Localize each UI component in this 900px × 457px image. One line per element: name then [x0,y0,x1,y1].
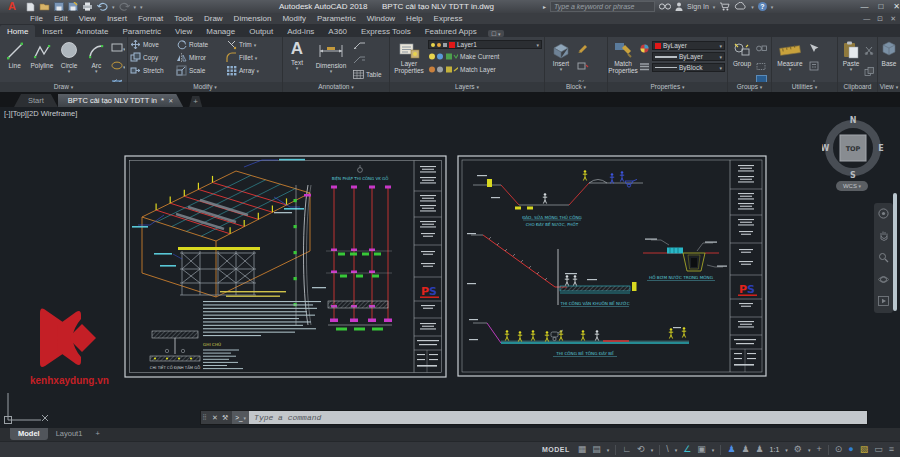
menu-window[interactable]: Window [367,14,395,23]
plot-icon[interactable] [82,2,93,11]
redo-dropdown-icon[interactable]: ▾ [134,4,137,10]
window-minimize-button[interactable]: — [860,2,868,11]
text-button[interactable]: A Text ▾ [285,39,309,82]
circle-button[interactable]: Circle ▾ [57,39,82,82]
table-button[interactable]: Table [353,68,382,81]
annotation-visibility-icon[interactable]: ♟ [727,442,735,457]
viewcube-south[interactable]: S [850,171,856,179]
insert-dropdown-icon[interactable]: ▾ [560,67,563,73]
block-define-icon[interactable] [577,57,589,75]
ribbon-tab-addins[interactable]: Add-ins [280,25,321,37]
file-tab-document[interactable]: BPTC cải tạo NLV TDTT in * ✕ [58,94,183,107]
mirror-button[interactable]: Mirror [176,51,220,64]
panel-label-groups[interactable]: Groups ▾ [728,82,771,92]
undo-icon[interactable] [97,2,108,11]
isodraft-dropdown-icon[interactable]: ▾ [675,447,678,453]
viewcube-west[interactable]: W [822,144,830,153]
menu-format[interactable]: Format [138,14,163,23]
command-close-icon[interactable]: ✕ [212,414,218,422]
viewcube-north[interactable]: N [850,116,857,125]
graphics-performance-icon[interactable]: ● [848,442,853,457]
ribbon-tab-insert[interactable]: Insert [35,25,69,37]
panel-label-annotation[interactable]: Annotation ▾ [283,82,389,92]
help-icon[interactable]: ? [758,2,767,11]
panel-label-layers[interactable]: Layers ▾ [390,82,544,92]
insert-button[interactable]: Insert ▾ [547,39,575,82]
scale-button[interactable]: Scale [176,64,220,77]
cut-icon[interactable] [864,41,875,59]
base-button[interactable]: Base [880,39,898,82]
qat-customize-icon[interactable]: ▾ [140,4,143,10]
isodraft-icon[interactable]: \ [666,442,669,457]
layer-dropdown[interactable]: Layer1 ▾ [428,40,542,49]
signin-person-icon[interactable] [675,2,683,12]
doc-close-button[interactable]: ✕ [890,15,896,23]
measure-button[interactable]: Measure ▾ [774,39,806,82]
annotation-scale-icon[interactable]: ♟ [756,442,764,457]
command-prompt-button[interactable]: >_ ▾ [232,411,249,424]
units-toggle-icon[interactable]: ⊙ [835,442,843,457]
scale-dropdown-icon[interactable]: ▾ [785,447,788,453]
annotation-monitor-icon[interactable]: + [816,442,821,457]
navigation-bar[interactable] [874,203,893,313]
snap-dropdown-icon[interactable]: ▾ [607,447,610,453]
ribbon-tab-output[interactable]: Output [242,25,280,37]
window-maximize-button[interactable]: □ [878,2,883,11]
signin-dropdown-icon[interactable]: ▾ [713,4,716,10]
panel-label-draw[interactable]: Draw ▾ [0,82,127,92]
match-layer-button[interactable]: Match Layer [428,64,542,75]
ribbon-tab-a360[interactable]: A360 [321,25,354,37]
panel-label-utilities[interactable]: Utilities ▾ [772,82,837,92]
leader-tool-icon[interactable] [353,40,382,53]
ribbon-tab-express-tools[interactable]: Express Tools [354,25,418,37]
rotate-button[interactable]: Rotate [176,38,220,51]
line-button[interactable]: Line [2,39,27,82]
document-tab-close-icon[interactable]: ✕ [168,97,173,104]
annotation-autoscale-icon[interactable]: ♟ [741,442,749,457]
save-as-icon[interactable] [68,2,78,11]
layer-properties-button[interactable]: Layer Properties [392,39,426,82]
cloud-dropdown-icon[interactable]: ▾ [751,4,754,10]
ribbon-tab-annotate[interactable]: Annotate [69,25,115,37]
panel-label-properties[interactable]: Properties ▾ [608,82,727,92]
drawing-canvas[interactable]: [-][Top][2D Wireframe] P S [0,107,900,428]
menu-help[interactable]: Help [406,14,422,23]
object-color-dropdown[interactable]: ByLayer ▾ [652,41,725,50]
tab-layout1[interactable]: Layout1 [48,428,91,440]
measure-dropdown-icon[interactable]: ▾ [789,67,792,73]
array-button[interactable]: Array▾ [226,64,259,77]
panel-label-clipboard[interactable]: Clipboard [838,82,877,92]
panel-label-block[interactable]: Block ▾ [545,82,607,92]
wcs-dropdown[interactable]: WCS ▾ [836,181,868,191]
make-current-button[interactable]: Make Current [428,51,542,62]
new-layout-button[interactable]: + [90,428,104,439]
dimension-button[interactable]: Dimension ▾ [311,39,351,82]
text-dropdown-icon[interactable]: ▾ [296,66,299,72]
pan-icon[interactable] [879,230,889,243]
open-file-icon[interactable] [39,2,50,11]
command-customize-icon[interactable]: ⚒ [222,414,228,422]
navwheel-icon[interactable] [878,208,889,221]
paste-button[interactable]: Paste ▾ [840,39,862,82]
mleader-tool-icon[interactable] [353,54,382,67]
quick-calc-icon[interactable] [808,57,820,75]
paste-dropdown-icon[interactable]: ▾ [850,67,853,73]
orbit-icon[interactable] [878,274,889,287]
ellipse-tool-icon[interactable]: ▾ [111,57,125,75]
menu-edit[interactable]: Edit [54,14,68,23]
polar-dropdown-icon[interactable]: ▾ [651,447,654,453]
arc-dropdown-icon[interactable]: ▾ [95,69,98,75]
search-binoculars-icon[interactable] [659,2,671,11]
ungroup-icon[interactable] [756,39,767,57]
trim-button[interactable]: Trim▾ [226,38,256,51]
ribbon-tab-parametric[interactable]: Parametric [115,25,168,37]
menu-dimension[interactable]: Dimension [234,14,272,23]
viewcube[interactable]: N S W E TOP [822,115,884,179]
snap-toggle-icon[interactable]: ▤ [592,442,601,457]
menu-modify[interactable]: Modify [282,14,306,23]
ortho-toggle-icon[interactable]: ∟ [622,442,631,457]
group-edit-icon[interactable] [756,57,767,75]
fillet-button[interactable]: Fillet▾ [226,51,257,64]
menu-parametric[interactable]: Parametric [317,14,356,23]
redo-icon[interactable] [119,2,130,11]
